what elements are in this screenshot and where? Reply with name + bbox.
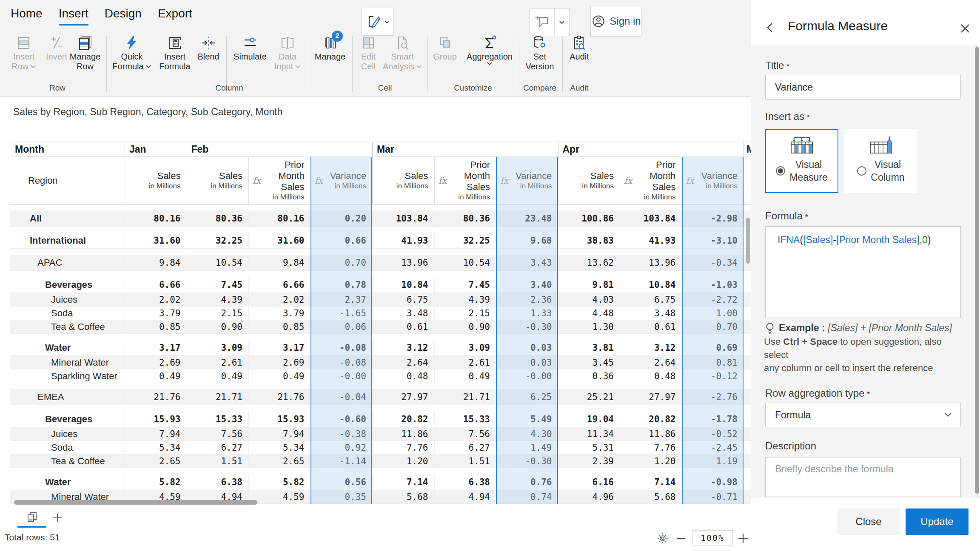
cell[interactable]: 41.93 bbox=[372, 233, 434, 248]
cell[interactable]: 6.38 bbox=[187, 474, 249, 490]
cell[interactable]: 6.25 bbox=[496, 389, 558, 405]
cell[interactable]: 0.81 bbox=[682, 356, 744, 369]
cell[interactable]: 7.14 bbox=[372, 474, 434, 490]
column-header-sales[interactable]: Salesin Millions bbox=[187, 157, 249, 204]
cell[interactable]: 11.34 bbox=[558, 427, 620, 440]
cell[interactable]: 5.34 bbox=[125, 441, 187, 454]
row-label[interactable]: International bbox=[10, 233, 125, 248]
cell[interactable]: 0.20 bbox=[311, 210, 373, 226]
cell[interactable]: 1.00 bbox=[682, 307, 744, 320]
cell[interactable]: 0.78 bbox=[311, 277, 373, 293]
cell[interactable]: 11.86 bbox=[372, 427, 434, 440]
row-aggregation-select[interactable]: Formula bbox=[765, 403, 961, 427]
back-button[interactable] bbox=[765, 22, 776, 33]
visual-column-option[interactable]: Visual Column bbox=[844, 129, 917, 193]
cell[interactable]: 4.30 bbox=[496, 427, 558, 440]
update-button[interactable]: Update bbox=[906, 508, 969, 535]
row-label[interactable]: Water bbox=[10, 474, 125, 490]
cell[interactable]: 25.21 bbox=[558, 389, 620, 405]
cell[interactable]: 3.79 bbox=[248, 307, 311, 320]
cell[interactable]: -1.14 bbox=[311, 454, 373, 468]
cell[interactable]: 4.48 bbox=[558, 307, 620, 320]
cell[interactable]: 3.45 bbox=[558, 356, 620, 369]
cell[interactable]: 1.19 bbox=[682, 454, 744, 468]
cell[interactable]: 19.04 bbox=[558, 411, 620, 427]
column-header-pms[interactable]: fxPrior Month Salesin Millions bbox=[248, 157, 311, 204]
cell[interactable]: 6.27 bbox=[434, 441, 496, 454]
description-textarea[interactable] bbox=[765, 457, 961, 497]
column-header-var[interactable]: fxVariancein Millions bbox=[496, 157, 558, 204]
cell[interactable]: 103.84 bbox=[372, 210, 434, 226]
cell[interactable]: 0.49 bbox=[434, 369, 496, 383]
column-header-pms[interactable]: fxPrior Month Salesin Millions bbox=[620, 157, 682, 204]
cell[interactable]: 38.83 bbox=[558, 233, 620, 248]
cell[interactable]: 103.84 bbox=[620, 210, 682, 226]
cell[interactable]: 4.96 bbox=[558, 490, 620, 503]
quick-formula-button[interactable]: Quick Formula bbox=[111, 34, 152, 84]
row-label[interactable]: Soda bbox=[10, 441, 125, 454]
row-label[interactable]: Soda bbox=[10, 307, 125, 320]
cell[interactable]: 10.84 bbox=[372, 277, 434, 293]
row-label[interactable]: Mineral Water bbox=[10, 356, 125, 369]
cell[interactable]: 27.97 bbox=[620, 389, 682, 405]
cell[interactable]: 9.84 bbox=[248, 255, 311, 270]
cell[interactable]: 0.49 bbox=[125, 369, 187, 383]
column-header-pms[interactable]: fxPrior Month Salesin Millions bbox=[434, 157, 496, 204]
cell[interactable]: 0.49 bbox=[187, 369, 249, 383]
table-settings-button[interactable] bbox=[656, 531, 669, 545]
cell[interactable]: 21.71 bbox=[434, 389, 496, 405]
cell[interactable]: 3.79 bbox=[125, 307, 187, 320]
cell[interactable]: 13.62 bbox=[558, 255, 620, 270]
sign-in-button[interactable]: Sign in bbox=[590, 6, 641, 37]
cell[interactable]: 2.15 bbox=[434, 307, 496, 320]
cell[interactable]: 6.66 bbox=[248, 277, 311, 293]
cell[interactable]: 80.36 bbox=[187, 210, 249, 226]
column-header-sales[interactable]: Salesin Millions bbox=[125, 157, 187, 204]
cell[interactable]: -0.60 bbox=[311, 411, 373, 427]
cell[interactable]: 4.39 bbox=[434, 293, 496, 306]
cell[interactable]: 4.94 bbox=[434, 490, 496, 503]
cell[interactable]: -2.45 bbox=[682, 441, 744, 454]
cell[interactable]: 0.70 bbox=[311, 255, 373, 270]
cell[interactable]: 0.66 bbox=[311, 233, 373, 248]
row-label[interactable]: All bbox=[10, 210, 125, 226]
month-header[interactable]: Apr bbox=[558, 142, 744, 156]
cell[interactable]: 31.60 bbox=[248, 233, 311, 248]
cell[interactable]: 32.25 bbox=[434, 233, 496, 248]
zoom-level-input[interactable]: 100% bbox=[692, 530, 733, 545]
row-label[interactable]: Water bbox=[10, 340, 125, 355]
cell[interactable]: 0.92 bbox=[311, 441, 373, 454]
cell[interactable]: 9.68 bbox=[496, 233, 558, 248]
cell[interactable]: -0.52 bbox=[682, 427, 744, 440]
cell[interactable]: 1.51 bbox=[434, 454, 496, 468]
cell[interactable]: 1.20 bbox=[620, 454, 682, 468]
cell[interactable]: 1.30 bbox=[558, 320, 620, 333]
row-label[interactable]: EMEA bbox=[10, 389, 125, 405]
cell[interactable]: -0.04 bbox=[311, 389, 373, 405]
row-label[interactable]: Juices bbox=[10, 427, 125, 440]
tab-home[interactable]: Home bbox=[11, 7, 43, 24]
cell[interactable]: 7.14 bbox=[620, 474, 682, 490]
cell[interactable]: 0.03 bbox=[496, 340, 558, 355]
cell[interactable]: 2.64 bbox=[372, 356, 434, 369]
horizontal-scrollbar[interactable] bbox=[14, 500, 257, 505]
close-panel-button[interactable] bbox=[960, 23, 971, 34]
row-label[interactable]: Tea & Coffee bbox=[10, 320, 125, 333]
cell[interactable]: 4.59 bbox=[248, 490, 311, 503]
cell[interactable]: 3.48 bbox=[372, 307, 434, 320]
cell[interactable]: 2.61 bbox=[434, 356, 496, 369]
cell[interactable]: 1.49 bbox=[496, 441, 558, 454]
cell[interactable]: 5.68 bbox=[620, 490, 682, 503]
edit-mode-button[interactable] bbox=[362, 8, 394, 36]
cell[interactable]: 0.70 bbox=[682, 320, 744, 333]
cell[interactable]: 0.48 bbox=[620, 369, 682, 383]
cell[interactable]: 31.60 bbox=[125, 233, 187, 248]
visual-measure-radio[interactable] bbox=[776, 166, 785, 176]
cell[interactable]: 21.76 bbox=[125, 389, 187, 405]
cell[interactable]: 6.27 bbox=[187, 441, 249, 454]
cell[interactable]: 21.76 bbox=[248, 389, 311, 405]
cell[interactable]: 2.61 bbox=[187, 356, 249, 369]
cell[interactable]: 1.51 bbox=[187, 454, 249, 468]
cell[interactable]: 7.56 bbox=[434, 427, 496, 440]
column-header-sales[interactable]: Salesin Millions bbox=[372, 157, 434, 204]
